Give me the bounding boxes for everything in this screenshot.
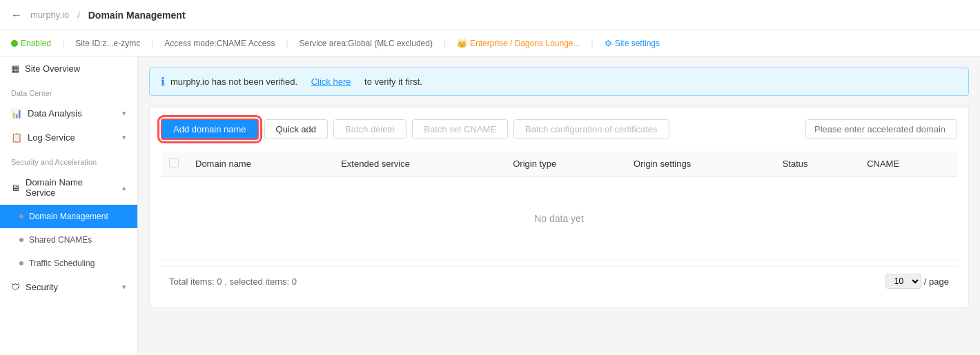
grid-icon: ▦ — [11, 63, 19, 74]
add-domain-button[interactable]: Add domain name — [161, 119, 259, 140]
enterprise-label: Enterprise / Dagons Lounge... — [470, 39, 580, 48]
sidebar-label: Domain Management — [29, 212, 108, 221]
site-id: Site ID:z...e-zymc — [75, 39, 140, 48]
info-icon: ℹ — [161, 75, 165, 88]
chart-icon: 📊 — [11, 108, 22, 119]
col-domain-name: Domain name — [187, 151, 333, 177]
breadcrumb-site: murphy.io — [30, 10, 69, 20]
page-size-select[interactable]: 10 20 50 — [885, 274, 921, 289]
sub-dot — [19, 214, 23, 219]
batch-cname-button[interactable]: Batch set CNAME — [412, 119, 508, 139]
shield-icon: 🛡 — [11, 282, 20, 292]
batch-delete-button[interactable]: Batch delete — [333, 119, 406, 139]
col-origin-type: Origin type — [504, 151, 625, 177]
sub-dot — [19, 238, 23, 242]
sidebar-item-data-analysis[interactable]: 📊 Data Analysis ▾ — [0, 101, 137, 125]
crown-icon: 👑 — [457, 39, 467, 48]
per-page-label: / page — [924, 276, 949, 287]
breadcrumb-current: Domain Management — [88, 10, 186, 21]
status-dot — [11, 40, 18, 47]
sidebar-item-site-overview[interactable]: ▦ Site Overview — [0, 57, 137, 81]
status-label: Enabled — [21, 39, 51, 48]
banner-text-after: to verify it first. — [364, 77, 422, 87]
site-settings-link[interactable]: ⚙ Site settings — [605, 39, 660, 48]
monitor-icon: 🖥 — [11, 183, 20, 193]
chevron-up-icon: ▴ — [122, 183, 126, 192]
sidebar-section-data-center: Data Center — [0, 81, 137, 101]
search-input[interactable] — [805, 119, 957, 139]
col-origin-settings: Origin settings — [625, 151, 774, 177]
pagination-bar: Total items: 0 , selected items: 0 10 20… — [161, 266, 957, 296]
sidebar-item-shared-cnames[interactable]: Shared CNAMEs — [0, 228, 137, 252]
sidebar-item-domain-management[interactable]: Domain Management — [0, 205, 137, 228]
sidebar-label: Domain NameService — [26, 177, 83, 198]
sub-bar-divider: | — [62, 39, 64, 48]
no-data-row: No data yet — [161, 177, 957, 261]
breadcrumb-separator: / — [77, 10, 80, 20]
sidebar-item-log-service[interactable]: 📋 Log Service ▾ — [0, 125, 137, 150]
sidebar-item-domain-name-service[interactable]: 🖥 Domain NameService ▴ — [0, 170, 137, 205]
settings-icon: ⚙ — [605, 39, 612, 48]
info-banner: ℹ murphy.io has not been verified. Click… — [149, 68, 969, 96]
sidebar-label: Data Analysis — [28, 108, 82, 119]
sidebar-label: Log Service — [28, 132, 75, 143]
quick-add-button[interactable]: Quick add — [264, 119, 329, 139]
sub-bar-divider-5: | — [591, 39, 594, 48]
sidebar-label: Shared CNAMEs — [29, 235, 92, 245]
status-badge: Enabled — [11, 39, 51, 48]
verify-link[interactable]: Click here — [311, 77, 351, 87]
toolbar: Add domain name Quick add Batch delete B… — [161, 119, 957, 140]
sub-dot — [19, 261, 23, 265]
header-checkbox[interactable] — [169, 158, 179, 168]
col-status: Status — [774, 151, 859, 177]
enterprise-link[interactable]: 👑 Enterprise / Dagons Lounge... — [457, 39, 580, 48]
col-extended-service: Extended service — [333, 151, 504, 177]
domain-table: Domain name Extended service Origin type… — [161, 151, 957, 261]
site-settings-label: Site settings — [615, 39, 660, 48]
service-area: Service area:Global (MLC excluded) — [300, 39, 433, 48]
sub-bar-divider-4: | — [444, 39, 446, 48]
sidebar-label: Site Overview — [25, 63, 80, 74]
sidebar-item-security[interactable]: 🛡 Security ▾ — [0, 275, 137, 299]
no-data-message: No data yet — [169, 185, 949, 252]
page-size-control: 10 20 50 / page — [885, 274, 949, 289]
sidebar-label: Security — [26, 282, 58, 292]
banner-text-before: murphy.io has not been verified. — [170, 77, 297, 87]
back-button[interactable]: ← — [11, 9, 22, 21]
access-mode: Access mode:CNAME Access — [164, 39, 275, 48]
col-checkbox — [161, 151, 187, 177]
chevron-down-icon: ▾ — [122, 283, 126, 292]
col-cname: CNAME — [859, 151, 957, 177]
sub-bar-divider-3: | — [286, 39, 288, 48]
log-icon: 📋 — [11, 132, 22, 143]
total-items: Total items: 0 , selected items: 0 — [169, 276, 297, 287]
sidebar-section-security: Security and Acceleration — [0, 150, 137, 170]
sidebar-label: Traffic Scheduling — [29, 258, 95, 268]
chevron-down-icon: ▾ — [122, 133, 126, 142]
chevron-down-icon: ▾ — [122, 109, 126, 118]
domain-card: Add domain name Quick add Batch delete B… — [149, 107, 969, 307]
sidebar-item-traffic-scheduling[interactable]: Traffic Scheduling — [0, 252, 137, 275]
batch-cert-button[interactable]: Batch configuration of certificates — [513, 119, 669, 139]
sub-bar-divider-2: | — [151, 39, 153, 48]
